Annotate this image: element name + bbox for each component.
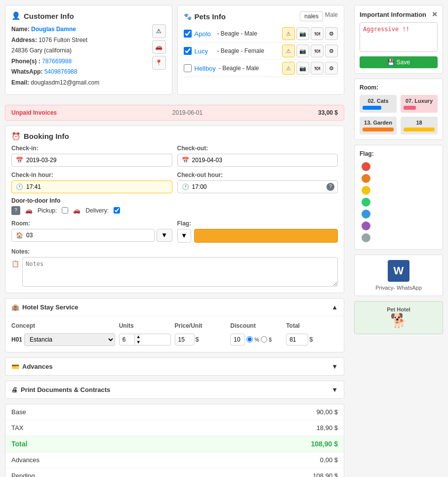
checkin-hour-input[interactable] [26, 183, 168, 190]
customer-action-btn-1[interactable]: ⚠ [152, 24, 166, 38]
advances-summary-label: Advances [11, 456, 40, 464]
summary-total-row: Total 108,90 $ [5, 436, 344, 452]
service-concept-select[interactable]: Estancia [24, 333, 115, 346]
pet-name-3[interactable]: Hellboy [195, 65, 216, 72]
word-doc-box[interactable]: W Privacy- WhatsApp [354, 255, 443, 296]
pet-settings-btn-2[interactable]: ⚙ [325, 44, 338, 57]
checkin-field[interactable]: 📅 [11, 154, 172, 167]
pending-value: 108,90 $ [313, 472, 338, 477]
pet-alert-btn-2[interactable]: ⚠ [282, 44, 295, 57]
customer-action-btn-2[interactable]: 🚗 [152, 40, 166, 54]
checkout-hour-label: Check-out hour: [177, 172, 338, 178]
important-info-box: Important Information ✕ Aggressive !! 💾 … [354, 5, 443, 74]
col-discount: Discount [230, 322, 282, 329]
flag-dot-blue[interactable] [362, 210, 370, 218]
customer-details: Name: Douglas Damne Address: 1076 Fulton… [11, 24, 148, 88]
pet-alert-btn-1[interactable]: ⚠ [282, 27, 295, 40]
pet-food-btn-1[interactable]: 🍽 [311, 27, 324, 40]
service-units-input[interactable] [120, 334, 134, 345]
flag-dot-red[interactable] [362, 162, 370, 171]
pet-row-1: Apolo - Beagle - Male ⚠ 📷 🍽 ⚙ [184, 25, 338, 43]
room-field[interactable]: 🏠 [11, 229, 155, 242]
pet-checkbox-3[interactable] [184, 64, 192, 72]
flag-dot-orange[interactable] [362, 174, 370, 183]
pet-name-2[interactable]: Lucy [195, 47, 214, 55]
flag-color-bar [194, 229, 338, 243]
clock-icon: ⏰ [11, 132, 21, 141]
pets-icon: 🐾 [184, 13, 192, 20]
pet-alert-btn-3[interactable]: ⚠ [282, 62, 295, 75]
delivery-label: Delivery: [85, 207, 109, 214]
hotel-service-header[interactable]: 🏨 Hotel Stay Service ▲ [5, 299, 344, 316]
room-card-18[interactable]: 18 [401, 117, 438, 134]
flag-dot-green[interactable] [362, 198, 370, 207]
flag-dot-yellow[interactable] [362, 186, 370, 195]
notes-input[interactable] [22, 257, 338, 287]
close-important-btn[interactable]: ✕ [432, 10, 438, 18]
advances-header[interactable]: 💳 Advances ▼ [5, 358, 344, 375]
pet-checkbox-1[interactable] [184, 30, 192, 38]
discount-percent-radio[interactable] [246, 336, 253, 343]
hotel-service-section: 🏨 Hotel Stay Service ▲ Concept Units Pri… [5, 298, 344, 352]
pet-hotel-label: Pet Hotel [360, 306, 438, 312]
room-card-luxury[interactable]: 07. Luxury [401, 95, 438, 113]
important-info-textarea[interactable]: Aggressive !! [360, 22, 438, 52]
customer-action-btn-3[interactable]: 📍 [152, 56, 166, 70]
notes-icon: 📋 [11, 260, 19, 267]
pet-row-2: Lucy - Beagle - Female ⚠ 📷 🍽 ⚙ [184, 43, 338, 60]
discount-fixed-radio[interactable] [261, 336, 267, 343]
units-down-btn[interactable]: ▼ [135, 340, 142, 345]
checkin-hour-field[interactable]: 🕐 [11, 180, 172, 193]
checkout-field[interactable]: 📅 [177, 154, 338, 167]
room-card-garden[interactable]: 13. Garden [360, 117, 397, 134]
pet-camera-btn-2[interactable]: 📷 [296, 44, 309, 57]
pickup-checkbox[interactable] [62, 207, 68, 214]
help-icon[interactable]: ? [326, 183, 334, 191]
pet-food-btn-2[interactable]: 🍽 [311, 44, 324, 57]
pet-settings-btn-1[interactable]: ⚙ [325, 27, 338, 40]
delivery-checkbox[interactable] [114, 207, 120, 214]
checkin-input[interactable] [26, 157, 168, 164]
booking-info-title: ⏰ Booking Info [11, 132, 338, 141]
advances-title: Advances [22, 363, 52, 370]
print-section: 🖨 Print Documents & Contracts ▼ [5, 381, 344, 399]
total-value: 108,90 $ [311, 440, 338, 448]
checkout-hour-field[interactable]: 🕐 ? [177, 180, 338, 193]
flag-dot-purple[interactable] [362, 221, 370, 230]
service-code: H01 [11, 336, 22, 343]
pet-settings-btn-3[interactable]: ⚙ [325, 62, 338, 75]
door-to-door-section: Door-to-door Info ? 🚗 Pickup: 🚗 Delivery… [11, 197, 338, 215]
tab-females[interactable]: nales [300, 11, 323, 21]
room-input[interactable] [26, 232, 150, 239]
pets-section-title: Pets Info [195, 12, 226, 21]
service-total-input[interactable] [286, 334, 308, 346]
pet-camera-btn-3[interactable]: 📷 [296, 62, 309, 75]
service-price-input[interactable] [175, 334, 195, 346]
total-label: Total [11, 440, 27, 448]
collapse-icon-hotel: ▲ [331, 304, 338, 311]
flag-dropdown-btn[interactable]: ▼ [177, 229, 191, 243]
checkout-hour-input[interactable] [192, 183, 334, 190]
save-icon-sm: 💾 [387, 59, 395, 66]
pet-food-btn-3[interactable]: 🍽 [311, 62, 324, 75]
pet-checkbox-2[interactable] [184, 47, 192, 55]
total-currency: $ [309, 336, 313, 343]
pet-name-1[interactable]: Apolo [195, 30, 214, 38]
pet-camera-btn-1[interactable]: 📷 [296, 27, 309, 40]
customer-name[interactable]: Douglas Damne [31, 26, 76, 33]
summary-section: Base 90,00 $ TAX 18,90 $ Total 108,90 $ … [5, 404, 344, 477]
unpaid-label[interactable]: Unpaid Invoices [11, 109, 57, 116]
col-price: Price/Unit [175, 322, 227, 329]
checkout-input[interactable] [192, 157, 334, 164]
flag-dot-gray[interactable] [362, 233, 370, 242]
hotel-service-title: Hotel Stay Service [22, 304, 78, 311]
advances-section: 💳 Advances ▼ [5, 357, 344, 376]
question-icon: ? [11, 206, 20, 215]
collapse-icon-print: ▼ [331, 386, 338, 393]
room-dropdown-btn[interactable]: ▼ [157, 229, 172, 242]
print-header[interactable]: 🖨 Print Documents & Contracts ▼ [5, 381, 344, 398]
units-up-btn[interactable]: ▲ [135, 334, 142, 340]
service-discount-input[interactable] [230, 334, 245, 346]
room-card-cats[interactable]: 02. Cats [360, 95, 397, 113]
important-save-btn[interactable]: 💾 Save [360, 56, 438, 68]
